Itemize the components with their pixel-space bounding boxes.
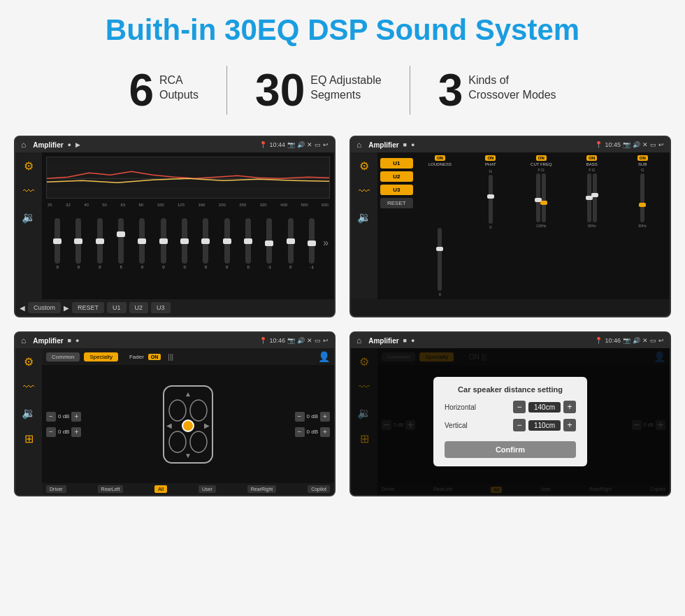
home-icon-2[interactable]: ⌂ — [356, 140, 361, 150]
vertical-label: Vertical — [445, 422, 468, 429]
back-icon[interactable]: ↩ — [323, 141, 329, 148]
horizontal-plus[interactable]: + — [563, 401, 576, 413]
db3-minus[interactable]: − — [295, 412, 305, 422]
cutfreq-slider-f[interactable] — [536, 173, 540, 222]
eq-slider-3[interactable]: 0 — [90, 218, 110, 269]
back-icon-2[interactable]: ↩ — [658, 141, 664, 148]
wave-icon-2[interactable]: 〰 — [359, 185, 370, 198]
db2-plus[interactable]: + — [71, 427, 81, 437]
phat-slider[interactable] — [489, 175, 493, 224]
home-icon-3[interactable]: ⌂ — [21, 336, 26, 345]
db2-minus[interactable]: − — [46, 427, 56, 437]
db1-minus[interactable]: − — [46, 412, 56, 422]
prev-btn[interactable]: ◀ — [20, 304, 25, 312]
phat-g: G — [489, 169, 493, 173]
driver-btn[interactable]: Driver — [46, 485, 66, 493]
cutfreq-col: ON CUT FREQ FG 100Hz — [517, 155, 565, 296]
eq-slider-6[interactable]: 0 — [154, 218, 173, 269]
side-icons-1: ⚙ 〰 🔉 — [15, 152, 42, 299]
close-icon-4[interactable]: ✕ — [642, 337, 648, 344]
back-icon-3[interactable]: ↩ — [323, 337, 329, 344]
next-btn[interactable]: ▶ — [64, 304, 69, 312]
status-bar-1: ⌂ Amplifier ● ▶ 📍 10:44 📷 🔊 ✕ ▭ ↩ — [15, 137, 334, 152]
screen1-title: Amplifier — [33, 141, 63, 149]
u1-channel[interactable]: U1 — [380, 158, 413, 169]
rearright-btn[interactable]: RearRight — [247, 485, 277, 493]
speaker-icon-3[interactable]: 🔉 — [22, 406, 36, 420]
fader-tab-bar: Common Specialty Fader ON ||| 👤 — [42, 348, 334, 365]
wave-icon[interactable]: 〰 — [23, 185, 34, 198]
all-btn[interactable]: All — [154, 485, 167, 493]
fader-body: − 0 dB + − 0 dB + — [42, 365, 334, 483]
phat-on[interactable]: ON — [485, 155, 496, 161]
tab-specialty[interactable]: Specialty — [84, 352, 117, 361]
car-svg: ▲ ▼ ◀ ▶ — [157, 382, 219, 466]
sub-slider[interactable] — [640, 173, 644, 222]
user-btn[interactable]: User — [199, 485, 216, 493]
u2-channel[interactable]: U2 — [380, 171, 413, 182]
confirm-button[interactable]: Confirm — [445, 441, 576, 458]
u3-channel[interactable]: U3 — [380, 185, 413, 195]
more-icon[interactable]: » — [323, 237, 329, 269]
loudness-col: ON LOUDNESS 0 — [416, 155, 464, 296]
eq-slider-7[interactable]: 0 — [175, 218, 194, 269]
db4-plus[interactable]: + — [320, 427, 330, 437]
eq-slider-12[interactable]: 0 — [281, 218, 301, 269]
close-icon-3[interactable]: ✕ — [307, 337, 312, 344]
bass-slider-g[interactable] — [593, 173, 597, 222]
home-icon[interactable]: ⌂ — [21, 140, 26, 150]
status-icons-1: 📍 10:44 📷 🔊 ✕ ▭ ↩ — [259, 141, 329, 148]
eq-slider-8[interactable]: 0 — [196, 218, 215, 269]
camera-icon: 📷 — [287, 141, 295, 148]
eq-icon-2[interactable]: ⚙ — [359, 159, 369, 173]
sub-g: G — [641, 168, 644, 172]
back-icon-4[interactable]: ↩ — [658, 337, 664, 344]
reset-btn[interactable]: RESET — [72, 302, 104, 313]
vertical-plus[interactable]: + — [563, 419, 576, 431]
dot-icon-3: ■ — [68, 337, 71, 344]
u1-btn[interactable]: U1 — [107, 302, 127, 313]
db3-plus[interactable]: + — [320, 412, 330, 422]
eq-slider-10[interactable]: 0 — [238, 218, 258, 269]
eq-slider-13[interactable]: -1 — [302, 218, 322, 269]
stat-crossover-text: Kinds of Crossover Modes — [468, 68, 556, 103]
close-icon-2[interactable]: ✕ — [642, 141, 648, 148]
tab-common[interactable]: Common — [46, 352, 80, 361]
speaker-icon[interactable]: 🔉 — [22, 210, 36, 224]
home-icon-4[interactable]: ⌂ — [356, 336, 361, 345]
reset-channel[interactable]: RESET — [380, 198, 413, 208]
vertical-minus[interactable]: − — [513, 419, 526, 431]
side-icons-2: ⚙ 〰 🔉 — [351, 152, 377, 299]
pan-icon-3[interactable]: ⊞ — [24, 432, 34, 445]
u3-btn[interactable]: U3 — [151, 302, 171, 313]
bass-slider-f[interactable] — [587, 173, 591, 222]
eq-icon-3[interactable]: ⚙ — [24, 355, 34, 368]
rearleft-btn[interactable]: RearLeft — [98, 485, 124, 493]
eq-icon[interactable]: ⚙ — [24, 159, 34, 173]
speaker-icon-2[interactable]: 🔉 — [357, 210, 371, 224]
bass-on[interactable]: ON — [586, 155, 597, 161]
eq-slider-1[interactable]: 0 — [48, 218, 67, 269]
loudness-on[interactable]: ON — [435, 155, 445, 161]
fader-on-badge[interactable]: ON — [148, 354, 161, 360]
loudness-slider[interactable] — [438, 228, 442, 291]
eq-slider-9[interactable]: 0 — [217, 218, 237, 269]
horizontal-minus[interactable]: − — [513, 401, 526, 413]
eq-slider-2[interactable]: 0 — [68, 218, 88, 269]
custom-btn[interactable]: Custom — [28, 302, 61, 313]
u2-btn[interactable]: U2 — [129, 302, 149, 313]
bass-col: ON BASS FG 80Hz — [568, 155, 616, 296]
db-control-1: − 0 dB + — [46, 412, 81, 422]
sub-on[interactable]: ON — [637, 155, 648, 161]
db1-plus[interactable]: + — [71, 412, 81, 422]
cutfreq-on[interactable]: ON — [536, 155, 547, 161]
eq-slider-4[interactable]: 5 — [111, 218, 131, 269]
eq-slider-5[interactable]: 0 — [132, 218, 152, 269]
cutfreq-slider-g[interactable] — [542, 173, 546, 222]
db4-minus[interactable]: − — [295, 427, 305, 437]
status-bar-3: ⌂ Amplifier ■ ● 📍 10:46 📷 🔊 ✕ ▭ ↩ — [15, 333, 334, 348]
close-icon[interactable]: ✕ — [307, 141, 312, 148]
eq-slider-11[interactable]: -1 — [259, 218, 279, 269]
copilot-btn[interactable]: Copilot — [308, 485, 330, 493]
wave-icon-3[interactable]: 〰 — [23, 381, 34, 394]
